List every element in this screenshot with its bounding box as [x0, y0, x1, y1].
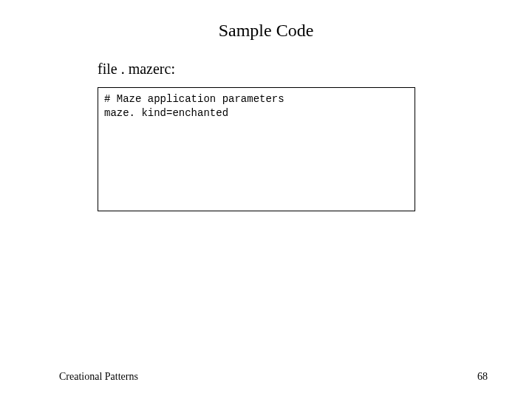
page-number: 68 — [477, 371, 488, 383]
code-line-2: maze. kind=enchanted — [104, 107, 228, 119]
slide-title: Sample Code — [0, 21, 532, 41]
file-label: file . mazerc: — [98, 61, 175, 78]
code-block: # Maze application parameters maze. kind… — [98, 87, 415, 211]
code-line-1: # Maze application parameters — [104, 93, 284, 105]
footer-section: Creational Patterns — [59, 371, 138, 383]
